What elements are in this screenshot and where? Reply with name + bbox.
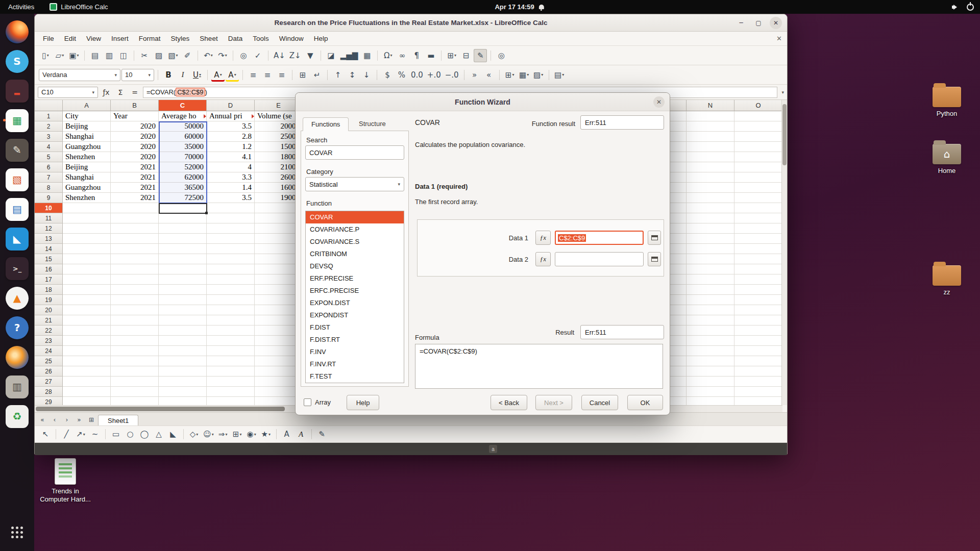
print-icon[interactable]: ▥: [103, 49, 116, 62]
data1-shrink-button[interactable]: [648, 231, 661, 245]
cell-A7[interactable]: Shanghai: [63, 172, 111, 183]
cell-B26[interactable]: [111, 366, 159, 377]
cell-A2[interactable]: Beijing: [63, 121, 111, 132]
row-header-5[interactable]: 5: [35, 152, 63, 162]
cell-O10[interactable]: [734, 203, 782, 213]
col-header-N[interactable]: N: [687, 100, 734, 111]
dock-firefox[interactable]: [2, 17, 33, 46]
find-replace-icon[interactable]: ◎: [237, 49, 250, 62]
cell-C25[interactable]: [159, 356, 207, 366]
open-icon[interactable]: ▱▾: [53, 49, 66, 62]
cell-O20[interactable]: [734, 305, 782, 315]
italic-icon[interactable]: I: [176, 68, 189, 82]
row-header-7[interactable]: 7: [35, 172, 63, 183]
align-top-icon[interactable]: ↑: [331, 68, 345, 82]
cell-N2[interactable]: [687, 121, 734, 132]
decrease-indent-icon[interactable]: «: [482, 68, 496, 82]
row-header-4[interactable]: 4: [35, 142, 63, 152]
cell-O27[interactable]: [734, 377, 782, 387]
cell-N10[interactable]: [687, 203, 734, 213]
add-sheet-icon[interactable]: ⊞: [86, 414, 97, 425]
cell-N6[interactable]: [687, 162, 734, 172]
cell-B13[interactable]: [111, 234, 159, 244]
dock-vlc[interactable]: ▲: [2, 283, 33, 313]
cell-B2[interactable]: 2020: [111, 121, 159, 132]
dock-code-editor[interactable]: ▂: [2, 76, 33, 106]
row-header-27[interactable]: 27: [35, 377, 63, 387]
borders-icon[interactable]: ⊞▾: [503, 68, 517, 82]
circle-icon[interactable]: ◯: [138, 428, 151, 441]
data2-input[interactable]: [555, 252, 644, 266]
cell-N23[interactable]: [687, 336, 734, 346]
cell-N7[interactable]: [687, 172, 734, 183]
triangle-icon[interactable]: △: [152, 428, 165, 441]
cell-N29[interactable]: [687, 397, 734, 405]
new-icon[interactable]: ▯▾: [39, 49, 52, 62]
cell-B17[interactable]: [111, 274, 159, 285]
cell-A3[interactable]: Shanghai: [63, 132, 111, 142]
cell-A16[interactable]: [63, 264, 111, 274]
cell-C4[interactable]: 35000: [159, 142, 207, 152]
cell-A6[interactable]: Beijing: [63, 162, 111, 172]
cell-N20[interactable]: [687, 305, 734, 315]
row-header-9[interactable]: 9: [35, 193, 63, 203]
background-color-icon[interactable]: ▨▾: [532, 68, 545, 82]
data2-fx-button[interactable]: ƒx: [535, 252, 551, 266]
cell-O25[interactable]: [734, 356, 782, 366]
minimize-icon[interactable]: ─: [735, 17, 747, 29]
menu-file[interactable]: File: [38, 33, 59, 44]
menu-insert[interactable]: Insert: [106, 33, 134, 44]
conditional-formatting-icon[interactable]: ▤▾: [553, 68, 566, 82]
format-currency-icon[interactable]: $: [381, 68, 394, 82]
tab-functions[interactable]: Functions: [303, 117, 349, 131]
cell-D18[interactable]: [207, 285, 255, 295]
cell-A8[interactable]: Guangzhou: [63, 183, 111, 193]
callout-shapes-icon[interactable]: ◉▾: [245, 428, 258, 441]
cell-D8[interactable]: 1.4: [207, 183, 255, 193]
fontwork-icon[interactable]: A: [295, 428, 308, 441]
sort-ascending-icon[interactable]: A↓: [272, 49, 287, 62]
menu-format[interactable]: Format: [134, 33, 166, 44]
cell-C17[interactable]: [159, 274, 207, 285]
align-bottom-icon[interactable]: ↓: [360, 68, 373, 82]
row-header-11[interactable]: 11: [35, 213, 63, 223]
export-pdf-icon[interactable]: ▤: [88, 49, 102, 62]
right-triangle-icon[interactable]: ◣: [166, 428, 180, 441]
cell-N1[interactable]: [687, 111, 734, 121]
dock-help[interactable]: ?: [2, 313, 33, 342]
cell-O5[interactable]: [734, 152, 782, 162]
cell-A21[interactable]: [63, 315, 111, 325]
col-header-B[interactable]: B: [111, 100, 159, 111]
dock-terminal[interactable]: >_: [2, 254, 33, 283]
ellipse-icon[interactable]: ○: [124, 428, 137, 441]
expand-formula-bar-icon[interactable]: ▾: [781, 90, 784, 95]
dock-gimp[interactable]: ✎: [2, 135, 33, 165]
cell-N19[interactable]: [687, 295, 734, 305]
function-item-expondist[interactable]: EXPONDIST: [306, 309, 404, 321]
cell-D17[interactable]: [207, 274, 255, 285]
symbol-shapes-icon[interactable]: ☺▾: [202, 428, 215, 441]
curve-icon[interactable]: ~: [88, 428, 102, 441]
cell-O4[interactable]: [734, 142, 782, 152]
cell-N27[interactable]: [687, 377, 734, 387]
menu-sheet[interactable]: Sheet: [194, 33, 223, 44]
row-header-24[interactable]: 24: [35, 346, 63, 356]
clock-button[interactable]: Apr 17 14:59: [495, 0, 544, 14]
dialog-titlebar[interactable]: Function Wizard ✕: [296, 93, 670, 111]
cell-N25[interactable]: [687, 356, 734, 366]
cell-C10[interactable]: [159, 203, 207, 213]
menu-data[interactable]: Data: [223, 33, 248, 44]
cell-O18[interactable]: [734, 285, 782, 295]
insert-line-icon[interactable]: ╱: [60, 428, 73, 441]
row-header-26[interactable]: 26: [35, 366, 63, 377]
cell-C21[interactable]: [159, 315, 207, 325]
cell-D27[interactable]: [207, 377, 255, 387]
row-header-3[interactable]: 3: [35, 132, 63, 142]
copy-icon[interactable]: ▨: [152, 49, 165, 62]
cell-C22[interactable]: [159, 325, 207, 336]
last-sheet-icon[interactable]: »: [74, 414, 85, 425]
cell-O16[interactable]: [734, 264, 782, 274]
cell-A12[interactable]: [63, 223, 111, 234]
cell-B7[interactable]: 2021: [111, 172, 159, 183]
cell-O23[interactable]: [734, 336, 782, 346]
